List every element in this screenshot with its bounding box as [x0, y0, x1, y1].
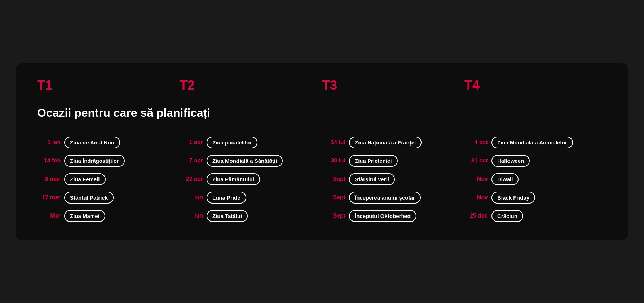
quarter-t2: T2 — [180, 78, 322, 98]
event-date: Iun — [180, 194, 203, 201]
event-row: 31 octHalloween — [464, 155, 607, 167]
event-date: Sept — [322, 213, 345, 219]
event-badge: Black Friday — [491, 192, 535, 204]
event-date: Sept — [322, 176, 345, 182]
event-badge: Ziua Îndrăgostiților — [64, 155, 125, 167]
event-badge: Sfântul Patrick — [64, 192, 114, 204]
column-t1: 1 ianZiua de Anul Nou14 febZiua Îndrăgos… — [37, 137, 180, 222]
event-date: 4 oct — [464, 139, 488, 146]
event-row: 25 decCrăciun — [464, 210, 607, 222]
event-row: MarZiua Mamei — [37, 210, 180, 222]
event-badge: Ziua Prieteniei — [349, 155, 398, 167]
event-badge: Ziua de Anul Nou — [64, 137, 120, 148]
event-date: Nov — [464, 176, 488, 182]
event-badge: Ziua Națională a Franței — [349, 137, 422, 148]
main-container: T1 T2 T3 T4 Ocazii pentru care să planif… — [16, 63, 628, 240]
event-date: 30 iul — [322, 157, 345, 164]
event-date: Sept — [322, 194, 345, 201]
event-badge: Ziua Femeii — [64, 173, 106, 185]
event-badge: Ziua Pământului — [207, 173, 260, 185]
event-badge: Crăciun — [491, 210, 523, 222]
event-row: IunLuna Pride — [180, 192, 322, 204]
event-badge: Ziua Mondială a Animalelor — [491, 137, 573, 148]
quarter-t3: T3 — [322, 78, 464, 98]
event-date: Nov — [464, 194, 488, 201]
event-badge: Ziua Mamei — [64, 210, 105, 222]
event-date: 1 apr — [180, 139, 203, 146]
event-row: SeptÎnceputul Oktoberfest — [322, 210, 464, 222]
event-row: 8 marZiua Femeii — [37, 173, 180, 185]
event-date: 31 oct — [464, 157, 488, 164]
events-grid: 1 ianZiua de Anul Nou14 febZiua Îndrăgos… — [37, 137, 607, 222]
quarter-t1: T1 — [37, 78, 180, 98]
event-badge: Halloween — [491, 155, 530, 167]
event-badge: Diwali — [491, 173, 519, 185]
event-row: SeptSfârșitul verii — [322, 173, 464, 185]
event-date: Iun — [180, 213, 203, 219]
event-badge: Începutul Oktoberfest — [349, 210, 416, 222]
event-row: NovBlack Friday — [464, 192, 607, 204]
event-date: 1 ian — [37, 139, 61, 146]
event-row: 1 ianZiua de Anul Nou — [37, 137, 180, 148]
event-row: 30 iulZiua Prieteniei — [322, 155, 464, 167]
column-t4: 4 octZiua Mondială a Animalelor31 octHal… — [464, 137, 607, 222]
event-row: SeptÎnceperea anului școlar — [322, 192, 464, 204]
event-badge: Începerea anului școlar — [349, 192, 421, 204]
event-badge: Ziua Mondială a Sănătății — [207, 155, 283, 167]
event-row: NovDiwali — [464, 173, 607, 185]
event-date: 17 mar — [37, 194, 61, 201]
top-divider — [37, 98, 607, 98]
event-badge: Luna Pride — [207, 192, 246, 204]
event-badge: Ziua păcălelilor — [207, 137, 257, 148]
mid-divider — [37, 126, 607, 126]
quarters-header: T1 T2 T3 T4 — [37, 78, 607, 98]
event-date: 7 apr — [180, 157, 203, 164]
column-t3: 14 iulZiua Națională a Franței30 iulZiua… — [322, 137, 464, 222]
event-row: 14 febZiua Îndrăgostiților — [37, 155, 180, 167]
event-badge: Sfârșitul verii — [349, 173, 395, 185]
event-date: 14 iul — [322, 139, 345, 146]
event-row: 1 aprZiua păcălelilor — [180, 137, 322, 148]
event-row: 4 octZiua Mondială a Animalelor — [464, 137, 607, 148]
column-t2: 1 aprZiua păcălelilor7 aprZiua Mondială … — [180, 137, 322, 222]
event-badge: Ziua Tatălui — [207, 210, 248, 222]
event-row: 22 aprZiua Pământului — [180, 173, 322, 185]
section-title: Ocazii pentru care să planificați — [37, 106, 607, 120]
event-date: 8 mar — [37, 176, 61, 182]
event-row: IunZiua Tatălui — [180, 210, 322, 222]
quarter-t4: T4 — [464, 78, 607, 98]
event-date: 25 dec — [464, 213, 488, 219]
event-date: Mar — [37, 213, 61, 219]
event-date: 22 apr — [180, 176, 203, 182]
event-date: 14 feb — [37, 157, 61, 164]
event-row: 14 iulZiua Națională a Franței — [322, 137, 464, 148]
event-row: 17 marSfântul Patrick — [37, 192, 180, 204]
event-row: 7 aprZiua Mondială a Sănătății — [180, 155, 322, 167]
